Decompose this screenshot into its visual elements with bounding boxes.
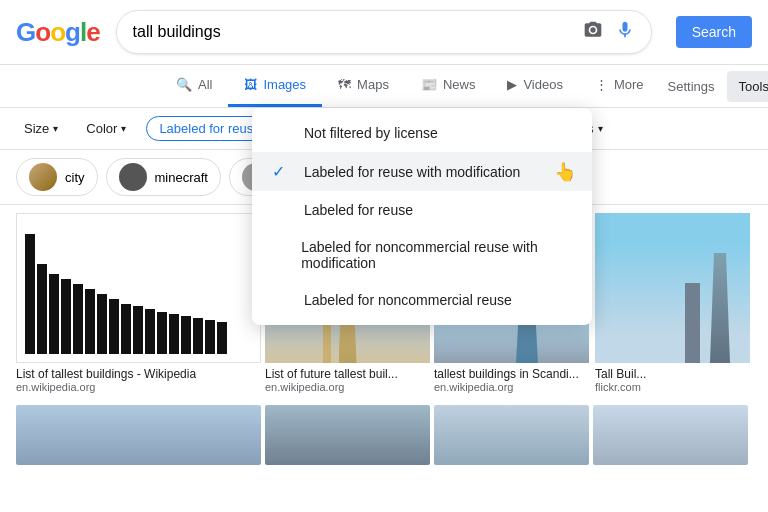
image-source-0: en.wikipedia.org <box>16 381 261 393</box>
noncommercial-mod-check <box>272 246 289 264</box>
tab-maps[interactable]: 🗺 Maps <box>322 65 405 107</box>
dropdown-item-labeled-reuse[interactable]: Labeled for reuse <box>252 191 592 229</box>
image-caption-1: List of future tallest buil... <box>265 367 430 381</box>
search-input[interactable]: tall buildings <box>133 23 583 41</box>
tab-images[interactable]: 🖼 Images <box>228 65 322 107</box>
image-caption-2: tallest buildings in Scandi... <box>434 367 591 381</box>
image-item-3[interactable]: Tall Buil... flickr.com <box>595 213 752 393</box>
dropdown-item-noncommercial-modification[interactable]: Labeled for noncommercial reuse with mod… <box>252 229 592 281</box>
mic-icon[interactable] <box>615 20 635 45</box>
image-source-3: flickr.com <box>595 381 752 393</box>
search-button[interactable]: Search <box>676 16 752 48</box>
all-icon: 🔍 <box>176 77 192 92</box>
more-tools-chevron: ▾ <box>598 123 603 134</box>
search-bar: tall buildings <box>116 10 652 54</box>
tab-news[interactable]: 📰 News <box>405 65 492 107</box>
not-filtered-check <box>272 124 292 142</box>
google-logo: Google <box>16 17 100 48</box>
license-dropdown: Not filtered by license ✓ Labeled for re… <box>252 108 592 325</box>
videos-icon: ▶ <box>507 77 517 92</box>
tab-all[interactable]: 🔍 All <box>160 65 228 107</box>
image-item-0[interactable]: List of tallest buildings - Wikipedia en… <box>16 213 261 393</box>
size-chevron: ▾ <box>53 123 58 134</box>
images-icon: 🖼 <box>244 77 257 92</box>
labeled-modification-check: ✓ <box>272 162 292 181</box>
tools-button[interactable]: Tools <box>727 71 768 102</box>
chip-city[interactable]: city <box>16 158 98 196</box>
maps-icon: 🗺 <box>338 77 351 92</box>
chip-minecraft[interactable]: minecraft <box>106 158 221 196</box>
cursor-pointer-icon: 👆 <box>554 161 576 183</box>
camera-icon[interactable] <box>583 20 603 45</box>
color-chevron: ▾ <box>121 123 126 134</box>
color-filter[interactable]: Color ▾ <box>78 117 134 140</box>
image-source-1: en.wikipedia.org <box>265 381 430 393</box>
news-icon: 📰 <box>421 77 437 92</box>
dropdown-item-not-filtered[interactable]: Not filtered by license <box>252 114 592 152</box>
header: Google tall buildings Search <box>0 0 768 65</box>
labeled-reuse-check <box>272 201 292 219</box>
nav-tabs: 🔍 All 🖼 Images 🗺 Maps 📰 News ▶ Videos ⋮ … <box>0 65 768 108</box>
dropdown-item-labeled-modification[interactable]: ✓ Labeled for reuse with modification 👆 <box>252 152 592 191</box>
settings-button[interactable]: Settings <box>660 71 723 102</box>
noncommercial-check <box>272 291 292 309</box>
image-caption-0: List of tallest buildings - Wikipedia <box>16 367 261 381</box>
size-filter[interactable]: Size ▾ <box>16 117 66 140</box>
image-caption-3: Tall Buil... <box>595 367 752 381</box>
tab-videos[interactable]: ▶ Videos <box>491 65 579 107</box>
more-icon: ⋮ <box>595 77 608 92</box>
image-source-2: en.wikipedia.org <box>434 381 591 393</box>
dropdown-item-noncommercial[interactable]: Labeled for noncommercial reuse <box>252 281 592 319</box>
tab-more[interactable]: ⋮ More <box>579 65 660 107</box>
